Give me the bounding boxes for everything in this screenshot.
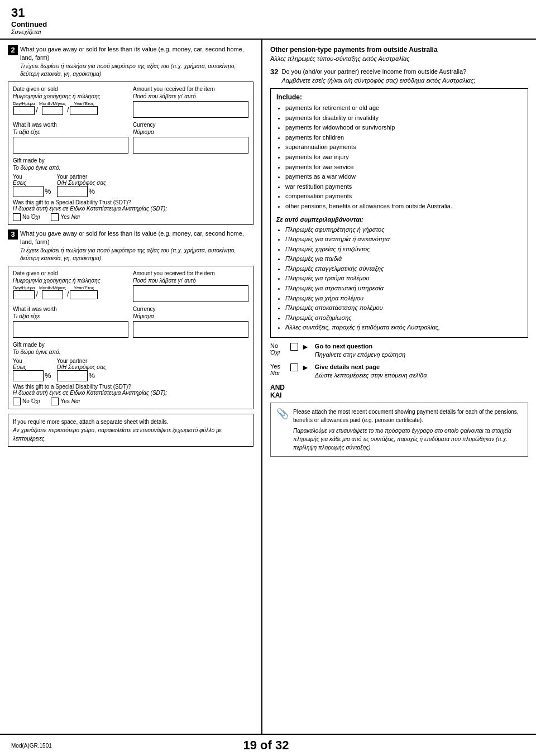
arrow-icon-no: ► bbox=[302, 342, 309, 351]
answer-no: No Όχι ► Go to next question Πηγαίνετε σ… bbox=[270, 342, 528, 360]
amount-input-2[interactable] bbox=[133, 285, 248, 302]
question-32: 32 Do you (and/or your partner) receive … bbox=[270, 68, 528, 85]
list-item: Πληρωμές για αναπηρία ή ανικανότητα bbox=[285, 235, 522, 245]
worth-input-2[interactable] bbox=[13, 321, 128, 338]
you-percent-1[interactable] bbox=[13, 186, 44, 197]
list-item: Πληρωμές αποκατάστασης πολέμου bbox=[285, 303, 522, 313]
list-item: war restitution payments bbox=[285, 182, 522, 192]
answer-yes: Yes Ναι ► Give details next page Δώστε λ… bbox=[270, 363, 528, 380]
partner-percent-2[interactable] bbox=[57, 370, 88, 381]
list-item: Πληρωμές χηρείας ή επιζώντος bbox=[285, 245, 522, 255]
left-column: 2 What you gave away or sold for less th… bbox=[0, 40, 262, 734]
list-item: payments for widowhood or survivorship bbox=[285, 123, 522, 133]
amount-input-1[interactable] bbox=[133, 101, 248, 118]
yes-checkbox-1[interactable]: Yes Ναι bbox=[51, 213, 79, 221]
list-item: compensation payments bbox=[285, 192, 522, 202]
page: 31 Continued Συνεχίζεται 2 What you gave… bbox=[0, 0, 536, 756]
arrow-icon-yes: ► bbox=[302, 363, 309, 372]
right-column: Other pension-type payments from outside… bbox=[262, 40, 536, 734]
list-item: other pensions, benefits or allowances f… bbox=[285, 202, 522, 212]
year-input-1[interactable] bbox=[70, 106, 98, 115]
greek-include-list: Πληρωμές αφυπηρέτησης ή γήρατος Πληρωμές… bbox=[276, 225, 522, 333]
no-checkbox-1[interactable]: No Όχι bbox=[13, 213, 40, 221]
bottom-bar: Mod(A)GR.1501 19 of 32 bbox=[0, 734, 536, 756]
no-answer-checkbox[interactable] bbox=[290, 343, 298, 351]
page-number-header: 31 Continued Συνεχίζεται bbox=[11, 6, 47, 35]
note-box: 📎 Please attach the most recent document… bbox=[270, 403, 528, 457]
list-item: payments for disability or invalidity bbox=[285, 113, 522, 123]
include-box: Include: payments for retirement or old … bbox=[270, 88, 528, 338]
month-input-1[interactable] bbox=[42, 106, 63, 115]
currency-input-2[interactable] bbox=[133, 321, 248, 338]
form-box-2: Date given or sold Ημερομηνία χορήγησης … bbox=[8, 266, 253, 409]
yes-answer-checkbox[interactable] bbox=[290, 363, 298, 371]
yes-checkbox-2[interactable]: Yes Ναι bbox=[51, 398, 79, 405]
currency-input-1[interactable] bbox=[133, 137, 248, 154]
list-item: Πληρωμές για παιδιά bbox=[285, 254, 522, 264]
content-area: 2 What you gave away or sold for less th… bbox=[0, 40, 536, 734]
list-item: Πληρωμές για τραύμα πολέμου bbox=[285, 274, 522, 284]
list-item: Πληρωμές για χήρα πολέμου bbox=[285, 294, 522, 304]
day-input-2[interactable] bbox=[13, 290, 35, 299]
year-input-2[interactable] bbox=[70, 290, 98, 299]
section-2-header: 2 What you gave away or sold for less th… bbox=[8, 45, 253, 78]
form-box-1: Date given or sold Ημερομηνία χορήγησης … bbox=[8, 82, 253, 225]
you-percent-2[interactable] bbox=[13, 370, 44, 381]
list-item: payments for children bbox=[285, 133, 522, 143]
list-item: payments for war service bbox=[285, 162, 522, 173]
page-header: 31 Continued Συνεχίζεται bbox=[0, 0, 536, 40]
list-item: Πληρωμές για στρατιωτική υπηρεσία bbox=[285, 284, 522, 294]
list-item: payments as a war widow bbox=[285, 172, 522, 182]
include-list: payments for retirement or old age payme… bbox=[276, 103, 522, 212]
month-input-2[interactable] bbox=[42, 290, 63, 299]
section-3-header: 3 What you gave away or sold for less th… bbox=[8, 229, 253, 262]
worth-input-1[interactable] bbox=[13, 137, 128, 154]
day-input-1[interactable] bbox=[13, 106, 35, 115]
paperclip-icon: 📎 bbox=[276, 408, 289, 420]
list-item: payments for war injury bbox=[285, 152, 522, 162]
list-item: Άλλες συντάξεις, παροχές ή επιδόματα εκτ… bbox=[285, 323, 522, 333]
partner-percent-1[interactable] bbox=[57, 186, 88, 197]
list-item: Πληρωμές αφυπηρέτησης ή γήρατος bbox=[285, 225, 522, 235]
list-item: Πληρωμές επαγγελματικής σύνταξης bbox=[285, 264, 522, 274]
list-item: payments for retirement or old age bbox=[285, 103, 522, 113]
space-note: If you require more space, attach a sepa… bbox=[8, 414, 253, 447]
no-checkbox-2[interactable]: No Όχι bbox=[13, 398, 40, 405]
list-item: superannuation payments bbox=[285, 142, 522, 152]
list-item: Πληρωμές αποζημίωσης bbox=[285, 313, 522, 323]
